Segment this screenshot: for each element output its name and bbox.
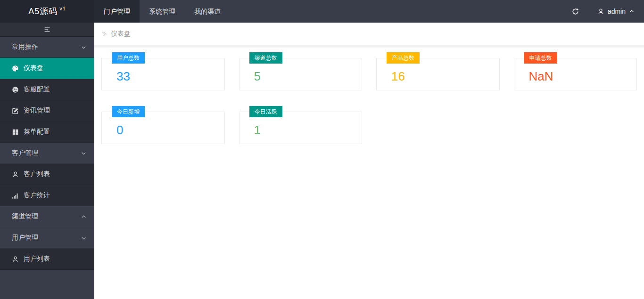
main-content: 仪表盘 用户总数 33 渠道总数 5 产品总数 16	[94, 23, 644, 299]
sidebar: 常用操作 仪表盘 客服配置 资讯管理	[0, 23, 94, 299]
double-chevron-right-icon	[100, 31, 107, 38]
user-menu[interactable]: admin	[588, 0, 644, 23]
sidebar-group-common-ops[interactable]: 常用操作	[0, 37, 94, 58]
stats-grid: 用户总数 33 渠道总数 5 产品总数 16 申请总数	[101, 52, 637, 144]
sidebar-item-label: 菜单配置	[24, 128, 50, 136]
sidebar-item-menu-config[interactable]: 菜单配置	[0, 121, 94, 143]
sidebar-item-label: 客户统计	[24, 191, 50, 200]
top-nav-portal-management[interactable]: 门户管理	[94, 0, 140, 23]
stat-card-new-today: 今日新增 0	[101, 106, 225, 144]
stat-value: 16	[391, 70, 495, 82]
stat-badge: 今日新增	[112, 106, 145, 117]
sidebar-group-label: 客户管理	[12, 149, 38, 157]
sidebar-item-label: 客服配置	[24, 85, 50, 94]
chevron-down-icon	[81, 44, 87, 50]
stat-badge: 渠道总数	[249, 52, 282, 64]
username: admin	[608, 8, 626, 15]
app-version: v1	[59, 6, 66, 11]
sidebar-item-service-config[interactable]: 客服配置	[0, 79, 94, 100]
chevron-up-icon	[81, 214, 87, 220]
chevron-up-icon	[629, 8, 635, 14]
stat-badge: 今日活跃	[249, 106, 282, 117]
stat-badge: 产品总数	[387, 52, 420, 64]
person-icon	[12, 256, 19, 263]
breadcrumb: 仪表盘	[94, 23, 644, 45]
breadcrumb-current: 仪表盘	[111, 30, 131, 38]
edit-icon	[12, 107, 19, 114]
dashboard-icon	[12, 65, 19, 72]
stat-card-active-today: 今日活跃 1	[239, 106, 363, 144]
sidebar-group-customer-management[interactable]: 客户管理	[0, 143, 94, 164]
sidebar-collapse-toggle[interactable]	[0, 23, 94, 37]
sidebar-item-label: 用户列表	[24, 255, 50, 263]
chevron-down-icon	[81, 150, 87, 156]
stat-card-total-products: 产品总数 16	[376, 52, 500, 90]
refresh-icon[interactable]	[563, 0, 588, 23]
service-icon	[12, 86, 19, 93]
person-icon	[597, 8, 604, 15]
stat-card-total-channels: 渠道总数 5	[239, 52, 363, 90]
shrink-menu-icon	[43, 26, 51, 33]
top-nav-system-management[interactable]: 系统管理	[140, 0, 185, 23]
app-logo[interactable]: A5源码 v1	[0, 0, 94, 23]
stat-card-total-applications: 申请总数 NaN	[514, 52, 637, 90]
sidebar-group-user-management[interactable]: 用户管理	[0, 227, 94, 249]
stat-value: 33	[116, 70, 220, 82]
sidebar-item-news-management[interactable]: 资讯管理	[0, 100, 94, 121]
stat-value: NaN	[529, 70, 632, 82]
top-nav-my-channels[interactable]: 我的渠道	[185, 0, 230, 23]
top-nav: 门户管理 系统管理 我的渠道	[94, 0, 230, 23]
header-right-area: admin	[563, 0, 644, 23]
sidebar-item-label: 仪表盘	[24, 64, 43, 73]
stat-value: 0	[116, 124, 220, 136]
chevron-down-icon	[81, 235, 87, 241]
sidebar-item-label: 资讯管理	[24, 106, 50, 115]
stat-badge: 用户总数	[112, 52, 145, 64]
stat-value: 1	[254, 124, 357, 136]
sidebar-item-dashboard[interactable]: 仪表盘	[0, 58, 94, 79]
sidebar-item-customer-stats[interactable]: 客户统计	[0, 185, 94, 206]
sidebar-group-label: 渠道管理	[12, 212, 38, 221]
app-title: A5源码	[28, 6, 58, 17]
dashboard-panel: 用户总数 33 渠道总数 5 产品总数 16 申请总数	[94, 48, 644, 149]
stat-value: 5	[254, 70, 357, 82]
sidebar-item-customer-list[interactable]: 客户列表	[0, 164, 94, 185]
sidebar-item-user-list[interactable]: 用户列表	[0, 249, 94, 270]
person-icon	[12, 171, 19, 178]
top-header: A5源码 v1 门户管理 系统管理 我的渠道 admin	[0, 0, 644, 23]
stat-badge: 申请总数	[524, 52, 557, 64]
bar-chart-icon	[12, 192, 19, 199]
sidebar-group-label: 用户管理	[12, 234, 38, 242]
sidebar-item-label: 客户列表	[24, 170, 50, 178]
grid-icon	[12, 129, 19, 136]
stat-card-total-users: 用户总数 33	[101, 52, 225, 90]
sidebar-group-channel-management[interactable]: 渠道管理	[0, 206, 94, 227]
sidebar-group-label: 常用操作	[12, 43, 38, 51]
